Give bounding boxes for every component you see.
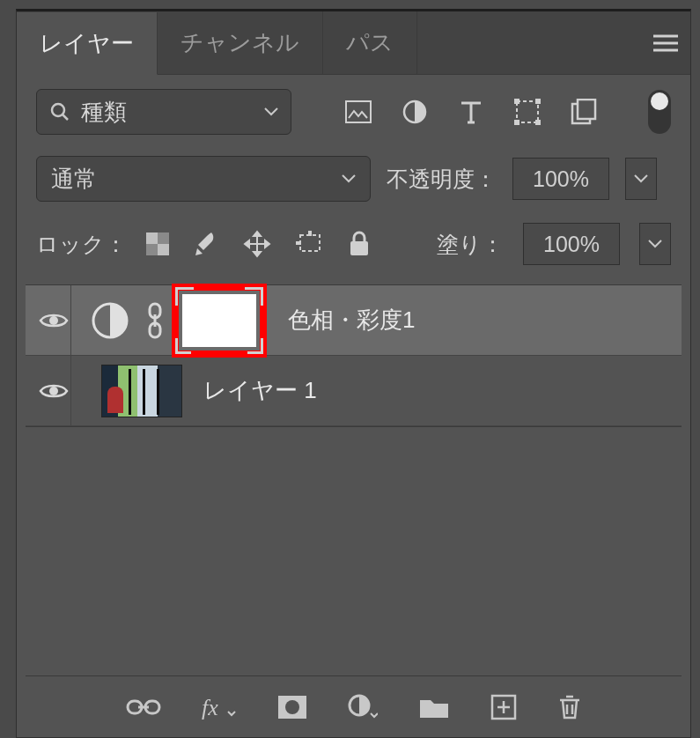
new-group-icon[interactable] xyxy=(418,695,450,720)
fill-input[interactable]: 100% xyxy=(523,223,620,265)
lock-icons xyxy=(146,230,370,258)
svg-rect-14 xyxy=(350,241,368,255)
visibility-toggle[interactable] xyxy=(36,356,71,425)
svg-rect-3 xyxy=(517,101,538,122)
lock-all-icon[interactable] xyxy=(349,231,370,257)
layer-row-adjustment[interactable]: 色相・彩度1 xyxy=(26,285,682,356)
svg-rect-13 xyxy=(300,235,320,251)
layers-panel: レイヤー チャンネル パス 種類 xyxy=(16,9,691,738)
search-icon xyxy=(49,101,70,122)
filter-pixel-icon[interactable] xyxy=(344,100,372,123)
tab-channels[interactable]: チャンネル xyxy=(158,11,323,74)
tab-paths[interactable]: パス xyxy=(323,11,417,74)
chevron-down-icon xyxy=(342,174,356,183)
opacity-flyout-button[interactable] xyxy=(625,158,657,200)
svg-point-19 xyxy=(49,387,58,395)
opacity-input[interactable]: 100% xyxy=(512,158,609,200)
panel-tabs: レイヤー チャンネル パス xyxy=(17,11,690,75)
blend-row: 通常 不透明度： 100% xyxy=(17,149,690,216)
delete-layer-icon[interactable] xyxy=(557,693,582,721)
svg-rect-7 xyxy=(535,120,541,125)
lock-artboard-icon[interactable] xyxy=(296,231,324,257)
layer-style-icon[interactable]: fx xyxy=(202,694,237,720)
svg-rect-6 xyxy=(514,120,519,125)
filter-type-icons xyxy=(344,99,598,125)
layer-name[interactable]: レイヤー 1 xyxy=(203,375,317,406)
svg-rect-12 xyxy=(158,244,169,255)
filter-row: 種類 xyxy=(17,75,690,149)
new-layer-icon[interactable] xyxy=(490,694,517,720)
fill-label: 塗り： xyxy=(437,230,504,259)
layer-actions-bar: fx xyxy=(26,675,682,737)
layer-filter-select[interactable]: 種類 xyxy=(36,89,291,135)
svg-rect-4 xyxy=(514,99,519,104)
lock-transparency-icon[interactable] xyxy=(146,232,169,255)
lock-label: ロック： xyxy=(36,230,127,259)
layer-mask-highlight xyxy=(172,284,267,358)
new-adjustment-icon[interactable] xyxy=(348,694,378,720)
svg-rect-11 xyxy=(146,232,158,244)
adjustment-hue-sat-icon xyxy=(89,299,131,342)
tab-layers[interactable]: レイヤー xyxy=(17,12,158,75)
svg-point-24 xyxy=(285,700,299,714)
lock-row: ロック： 塗り： 100% xyxy=(17,216,690,279)
svg-text:fx: fx xyxy=(202,695,218,720)
add-mask-icon[interactable] xyxy=(277,695,307,720)
layer-row-image[interactable]: レイヤー 1 xyxy=(26,356,682,426)
layer-thumbnail[interactable] xyxy=(101,365,182,417)
svg-rect-9 xyxy=(578,100,595,119)
lock-paint-icon[interactable] xyxy=(194,231,218,257)
layers-list: 色相・彩度1 レイヤー 1 xyxy=(26,284,682,427)
panel-menu-icon[interactable] xyxy=(653,34,678,52)
filter-label: 種類 xyxy=(81,97,127,128)
lock-position-icon[interactable] xyxy=(243,230,271,258)
filter-adjustment-icon[interactable] xyxy=(401,100,429,124)
filter-type-text-icon[interactable] xyxy=(457,100,485,124)
fill-flyout-button[interactable] xyxy=(639,223,671,265)
filter-shape-icon[interactable] xyxy=(513,99,542,125)
svg-point-0 xyxy=(52,104,64,116)
visibility-toggle[interactable] xyxy=(36,285,71,355)
layer-mask-thumbnail[interactable] xyxy=(182,294,256,347)
blend-mode-value: 通常 xyxy=(51,164,97,195)
svg-point-15 xyxy=(49,316,58,325)
layer-name[interactable]: 色相・彩度1 xyxy=(288,305,415,336)
svg-rect-1 xyxy=(346,101,371,122)
filter-toggle[interactable] xyxy=(648,90,671,134)
chevron-down-icon xyxy=(264,107,278,116)
filter-smartobject-icon[interactable] xyxy=(570,99,598,125)
opacity-label: 不透明度： xyxy=(387,165,497,194)
svg-rect-5 xyxy=(535,99,541,104)
link-layers-icon[interactable] xyxy=(126,697,161,717)
blend-mode-select[interactable]: 通常 xyxy=(36,156,371,202)
link-icon xyxy=(147,302,163,339)
